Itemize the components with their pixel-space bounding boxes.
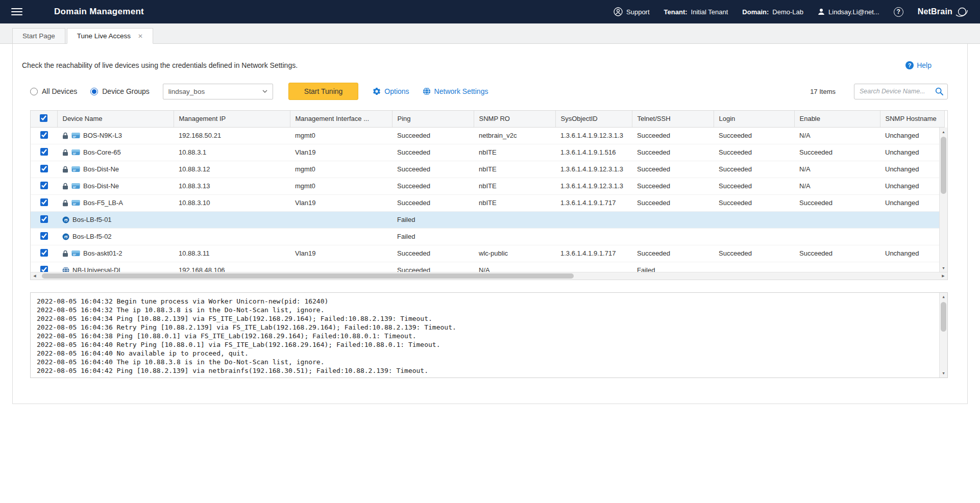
log-line: 2022-08-05 16:04:36 Retry Ping [10.88.2.… xyxy=(37,323,934,332)
options-button[interactable]: Options xyxy=(373,87,409,95)
col-telnet-ssh[interactable]: Telnet/SSH xyxy=(632,111,714,127)
options-label: Options xyxy=(384,87,409,95)
cell-device-name: BOS-N9K-L3 xyxy=(57,127,174,144)
tab-start-page-label: Start Page xyxy=(22,32,55,40)
table-row[interactable]: Bos-askt01-2 10.88.3.11 Vlan19 Succeeded… xyxy=(31,245,944,262)
cell-snmp-ro: netbrain_v2c xyxy=(474,127,555,144)
device-groups-radio[interactable]: Device Groups xyxy=(90,87,150,95)
help-link[interactable]: ? Help xyxy=(905,61,932,69)
table-vertical-scrollbar[interactable]: ▲ ▼ xyxy=(939,128,947,272)
horizontal-scroll-thumb[interactable] xyxy=(42,273,574,279)
cell-snmp-ro xyxy=(474,211,555,228)
table-row-selected[interactable]: Bos-LB-f5-01 Failed xyxy=(31,211,944,228)
scroll-left-arrow[interactable]: ◀ xyxy=(31,272,39,280)
log-vertical-scrollbar[interactable]: ▲ ▼ xyxy=(939,293,947,378)
cell-enable: N/A xyxy=(794,178,880,194)
scroll-down-arrow[interactable]: ▼ xyxy=(940,264,947,272)
col-management-ip[interactable]: Management IP xyxy=(174,111,290,127)
cell-sysobjectid: 1.3.6.1.4.1.9.1.717 xyxy=(555,245,632,262)
row-checkbox[interactable] xyxy=(40,148,48,156)
description-row: Check the reachability of live devices u… xyxy=(13,44,967,69)
cell-telnet-ssh: Succeeded xyxy=(632,127,714,144)
log-line: 2022-08-05 16:04:42 Ping [10.88.2.139] v… xyxy=(37,366,934,375)
tenant-info[interactable]: Tenant: Initial Tenant xyxy=(664,8,728,16)
device-groups-radio-input[interactable] xyxy=(90,88,98,95)
device-name: Bos-Core-65 xyxy=(83,148,121,156)
row-checkbox[interactable] xyxy=(40,215,48,223)
cell-snmp-ro: nbITE xyxy=(474,161,555,178)
log-scroll-down-arrow[interactable]: ▼ xyxy=(940,369,947,378)
table-row[interactable]: Bos-Dist-Ne 10.88.3.12 mgmt0 Succeeded n… xyxy=(31,161,944,178)
col-login[interactable]: Login xyxy=(714,111,794,127)
row-checkbox[interactable] xyxy=(40,198,48,206)
cell-sysobjectid: 1.3.6.1.4.1.9.12.3.1.3 xyxy=(555,161,632,178)
user-menu[interactable]: Lindsay.Li@net... xyxy=(818,8,879,16)
cell-snmp-hostname xyxy=(880,211,944,228)
log-line: 2022-08-05 16:04:40 The ip 10.88.3.8 is … xyxy=(37,358,934,366)
cell-snmp-hostname: Unchanged xyxy=(880,161,944,178)
cell-ping: Succeeded xyxy=(392,161,474,178)
cell-management-ip xyxy=(174,228,290,245)
row-select-cell xyxy=(31,127,57,144)
support-link[interactable]: Support xyxy=(614,7,650,16)
netbrain-logo: NetBrain xyxy=(918,6,969,17)
network-settings-label: Network Settings xyxy=(434,87,488,95)
tune-live-access-panel: Check the reachability of live devices u… xyxy=(12,44,968,404)
table-row[interactable]: Bos-Dist-Ne 10.88.3.13 mgmt0 Succeeded n… xyxy=(31,178,944,194)
row-checkbox[interactable] xyxy=(40,131,48,139)
col-enable[interactable]: Enable xyxy=(794,111,880,127)
domain-info[interactable]: Domain: Demo-Lab xyxy=(742,8,803,16)
cell-snmp-hostname xyxy=(880,228,944,245)
row-checkbox[interactable] xyxy=(40,182,48,189)
log-scroll-up-arrow[interactable]: ▲ xyxy=(940,293,947,301)
table-row[interactable]: Bos-Core-65 10.88.3.1 Vlan19 Succeeded n… xyxy=(31,144,944,161)
tab-start-page[interactable]: Start Page xyxy=(12,28,65,44)
tab-tune-live-access[interactable]: Tune Live Access ✕ xyxy=(67,28,153,44)
table-row[interactable]: BOS-N9K-L3 192.168.50.21 mgmt0 Succeeded… xyxy=(31,127,944,144)
all-devices-radio-input[interactable] xyxy=(30,88,38,95)
col-snmp-hostname[interactable]: SNMP Hostname xyxy=(880,111,944,127)
log-line: 2022-08-05 16:04:40 Retry Ping [10.88.0.… xyxy=(37,340,934,349)
scroll-up-arrow[interactable]: ▲ xyxy=(940,128,947,136)
cell-telnet-ssh: Succeeded xyxy=(632,144,714,161)
search-input[interactable] xyxy=(860,88,935,95)
row-select-cell xyxy=(31,211,57,228)
device-group-select[interactable]: lindsay_bos xyxy=(163,84,273,99)
table-row[interactable]: Bos-F5_LB-A 10.88.3.10 Vlan19 Succeeded … xyxy=(31,194,944,211)
lock-icon xyxy=(62,199,68,207)
cell-snmp-hostname: Unchanged xyxy=(880,127,944,144)
table-horizontal-scrollbar[interactable]: ◀ ▶ xyxy=(31,272,947,280)
cell-device-name: Bos-Core-65 xyxy=(57,144,174,161)
cell-ping: Succeeded xyxy=(392,144,474,161)
search-icon[interactable] xyxy=(935,87,943,95)
hamburger-menu-icon[interactable] xyxy=(11,8,22,15)
select-all-checkbox[interactable] xyxy=(40,114,47,122)
tuning-log[interactable]: 2022-08-05 16:04:32 Begin tune process v… xyxy=(30,292,948,378)
col-sysobjectid[interactable]: SysObjectID xyxy=(555,111,632,127)
cell-ping: Succeeded xyxy=(392,245,474,262)
network-settings-button[interactable]: Network Settings xyxy=(423,87,488,95)
col-snmp-ro[interactable]: SNMP RO xyxy=(474,111,555,127)
col-ping[interactable]: Ping xyxy=(392,111,474,127)
row-checkbox[interactable] xyxy=(40,232,48,240)
col-management-interface[interactable]: Management Interface ... xyxy=(290,111,392,127)
cell-snmp-ro: nbITE xyxy=(474,178,555,194)
cell-ping: Succeeded xyxy=(392,194,474,211)
device-icon xyxy=(71,183,80,189)
row-checkbox[interactable] xyxy=(40,165,48,172)
log-scroll-thumb[interactable] xyxy=(941,302,946,332)
vertical-scroll-thumb[interactable] xyxy=(941,137,946,194)
all-devices-radio[interactable]: All Devices xyxy=(30,87,77,95)
help-circle-icon[interactable]: ? xyxy=(894,7,903,17)
netbrain-swirl-icon xyxy=(954,6,969,17)
table-row[interactable]: Bos-LB-f5-02 Failed xyxy=(31,228,944,245)
cell-sysobjectid xyxy=(555,228,632,245)
cell-management-ip: 10.88.3.13 xyxy=(174,178,290,194)
start-tuning-button[interactable]: Start Tuning xyxy=(288,83,359,100)
row-checkbox[interactable] xyxy=(40,249,48,257)
cell-interface xyxy=(290,211,392,228)
scroll-right-arrow[interactable]: ▶ xyxy=(939,272,947,280)
tab-close-icon[interactable]: ✕ xyxy=(138,33,143,39)
top-navbar: Domain Management Support Tenant: Initia… xyxy=(0,0,980,23)
col-device-name[interactable]: Device Name xyxy=(57,111,174,127)
